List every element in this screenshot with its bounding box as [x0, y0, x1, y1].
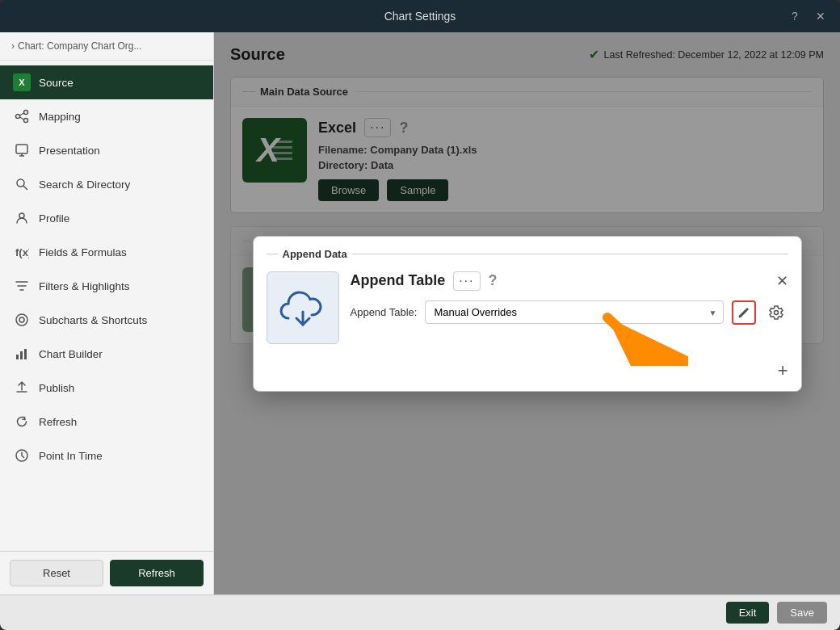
svg-point-12 — [16, 314, 27, 326]
append-help-button[interactable]: ? — [489, 272, 498, 289]
append-field: Append Table: Manual Overrides — [351, 300, 788, 325]
append-info-header: Append Table ··· ? ✕ — [351, 271, 788, 291]
sidebar-label-chart-builder: Chart Builder — [39, 348, 103, 360]
profile-icon — [13, 209, 31, 227]
reset-button[interactable]: Reset — [10, 560, 103, 586]
append-table-select[interactable]: Manual Overrides — [425, 300, 723, 324]
sidebar-label-publish: Publish — [39, 382, 74, 394]
sidebar-item-subcharts[interactable]: Subcharts & Shortcuts — [0, 303, 213, 337]
sidebar-nav: X Source Mapping Presentation — [0, 61, 213, 551]
sidebar-item-mapping[interactable]: Mapping — [0, 99, 213, 133]
sidebar-item-search-directory[interactable]: Search & Directory — [0, 167, 213, 201]
sidebar-label-profile: Profile — [39, 212, 69, 225]
refresh-icon — [13, 413, 31, 430]
append-line-left — [267, 254, 278, 254]
sidebar-label-refresh: Refresh — [39, 416, 77, 428]
append-dialog: Append Data — [253, 236, 802, 392]
sidebar-item-publish[interactable]: Publish — [0, 371, 213, 405]
svg-line-3 — [20, 113, 24, 116]
svg-point-10 — [19, 213, 24, 218]
svg-rect-14 — [16, 355, 19, 359]
svg-point-2 — [24, 119, 28, 123]
filter-icon — [13, 277, 31, 295]
append-close-button[interactable]: ✕ — [776, 272, 788, 290]
sidebar-item-presentation[interactable]: Presentation — [0, 133, 213, 167]
svg-rect-5 — [16, 145, 27, 153]
window-title: Chart Settings — [384, 10, 456, 23]
clock-icon — [13, 447, 31, 464]
sidebar: › Chart: Company Chart Org... X Source M… — [0, 32, 214, 594]
bottom-bar: Exit Save — [0, 594, 840, 630]
svg-point-13 — [19, 317, 24, 322]
sidebar-label-mapping: Mapping — [39, 111, 81, 123]
append-info: Append Table ··· ? ✕ Append Table: — [351, 271, 788, 325]
append-select-wrapper: Manual Overrides — [425, 300, 723, 324]
exit-button[interactable]: Exit — [726, 602, 770, 624]
append-table-label: Append Table: — [351, 306, 418, 318]
svg-line-9 — [23, 186, 27, 190]
edit-icon-wrap[interactable] — [732, 300, 756, 325]
append-body: Append Table ··· ? ✕ Append Table: — [254, 260, 801, 360]
app-window: Chart Settings ? ✕ › Chart: Company Char… — [0, 0, 840, 630]
sidebar-label-source: Source — [39, 77, 74, 89]
breadcrumb: › Chart: Company Chart Org... — [0, 32, 213, 61]
sidebar-label-point-in-time: Point In Time — [39, 450, 103, 462]
save-button[interactable]: Save — [777, 602, 827, 624]
sidebar-label-fields: Fields & Formulas — [39, 246, 127, 258]
publish-icon — [13, 379, 31, 397]
add-append-button[interactable]: + — [778, 360, 788, 381]
svg-point-1 — [24, 111, 28, 115]
mapping-icon — [13, 107, 31, 125]
cloud-icon-wrap — [267, 271, 339, 344]
svg-rect-16 — [24, 349, 27, 359]
sidebar-label-search: Search & Directory — [39, 178, 130, 191]
svg-rect-15 — [20, 351, 23, 359]
content-area: Source ✔ Last Refreshed: December 12, 20… — [214, 32, 840, 594]
title-bar: Chart Settings ? ✕ — [0, 0, 840, 32]
sidebar-refresh-button[interactable]: Refresh — [110, 560, 204, 586]
plus-area: + — [254, 360, 801, 391]
overlay: Append Data — [214, 32, 840, 594]
close-button[interactable]: ✕ — [811, 6, 830, 26]
sidebar-item-source[interactable]: X Source — [0, 65, 213, 99]
breadcrumb-text: Chart: Company Chart Org... — [18, 40, 141, 52]
sidebar-footer: Reset Refresh — [0, 551, 213, 594]
append-dots-button[interactable]: ··· — [453, 271, 480, 291]
subcharts-icon — [13, 311, 31, 329]
formula-icon: f(x) — [13, 243, 31, 261]
svg-point-0 — [16, 115, 20, 119]
main-layout: › Chart: Company Chart Org... X Source M… — [0, 32, 840, 594]
sidebar-item-chart-builder[interactable]: Chart Builder — [0, 337, 213, 371]
append-title: Append Table — [351, 272, 446, 289]
sidebar-item-filters[interactable]: Filters & Highlights — [0, 269, 213, 303]
append-section-label: Append Data — [254, 237, 801, 260]
sidebar-item-fields-formulas[interactable]: f(x) Fields & Formulas — [0, 235, 213, 269]
sidebar-item-point-in-time[interactable]: Point In Time — [0, 439, 213, 472]
chart-builder-icon — [13, 345, 31, 363]
gear-button[interactable] — [764, 300, 788, 325]
help-button[interactable]: ? — [785, 6, 804, 26]
title-bar-actions: ? ✕ — [785, 6, 830, 26]
sidebar-label-filters: Filters & Highlights — [39, 280, 130, 292]
search-icon — [13, 175, 31, 193]
append-section-title: Append Data — [283, 248, 347, 260]
presentation-icon — [13, 141, 31, 159]
svg-line-4 — [20, 117, 24, 120]
source-excel-icon: X — [13, 74, 31, 91]
append-section-line — [352, 254, 788, 254]
sidebar-label-presentation: Presentation — [39, 145, 100, 157]
sidebar-item-refresh[interactable]: Refresh — [0, 405, 213, 439]
breadcrumb-arrow: › — [11, 40, 15, 52]
sidebar-label-subcharts: Subcharts & Shortcuts — [39, 314, 147, 326]
svg-text:f(x): f(x) — [15, 246, 29, 258]
sidebar-item-profile[interactable]: Profile — [0, 201, 213, 235]
